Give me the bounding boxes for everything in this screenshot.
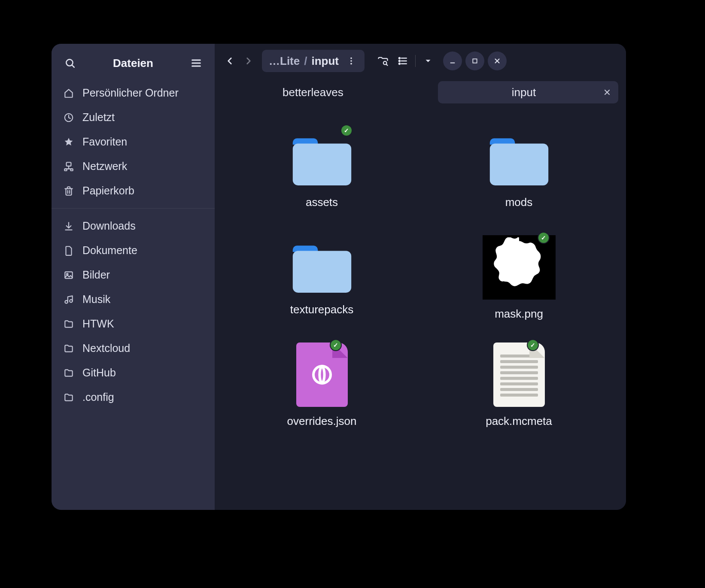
path-bar[interactable]: …Lite / input xyxy=(262,50,365,72)
grid-item-label: mask.png xyxy=(495,307,543,321)
sidebar-item-label: Netzwerk xyxy=(82,160,127,173)
music-icon xyxy=(63,294,75,305)
sync-badge-icon: ✓ xyxy=(341,125,352,136)
path-menu-button[interactable] xyxy=(342,52,360,70)
svg-rect-10 xyxy=(70,169,73,170)
sidebar-item-label: Persönlicher Ordner xyxy=(82,87,179,99)
sidebar-item-pers-nlicher-ordner[interactable]: Persönlicher Ordner xyxy=(52,81,215,105)
sidebar-item--config[interactable]: .config xyxy=(52,385,215,409)
kebab-icon xyxy=(346,56,356,66)
forward-button[interactable] xyxy=(240,52,258,70)
svg-point-21 xyxy=(350,63,352,65)
sidebar-item-bilder[interactable]: Bilder xyxy=(52,263,215,287)
view-list-button[interactable] xyxy=(394,52,412,70)
chevron-right-icon xyxy=(243,55,254,67)
svg-rect-15 xyxy=(65,272,72,278)
folder-search-button[interactable] xyxy=(374,52,392,70)
sidebar-item-label: HTWK xyxy=(82,318,114,330)
close-button[interactable] xyxy=(488,52,507,70)
path-separator: / xyxy=(302,55,309,68)
svg-point-20 xyxy=(350,60,352,62)
file-grid: ✓ assets mods texturepacks ✓ mask.png ✓ … xyxy=(215,106,626,510)
sidebar-item-favoriten[interactable]: Favoriten xyxy=(52,130,215,154)
maximize-button[interactable] xyxy=(465,52,484,70)
sidebar-item-papierkorb[interactable]: Papierkorb xyxy=(52,179,215,203)
sync-badge-icon: ✓ xyxy=(528,340,538,350)
sidebar-item-downloads[interactable]: Downloads xyxy=(52,214,215,238)
sidebar-title: Dateien xyxy=(113,57,153,70)
star-icon xyxy=(63,136,75,148)
sidebar-item-label: Papierkorb xyxy=(82,185,134,197)
svg-point-29 xyxy=(399,63,400,64)
folder-icon xyxy=(483,128,556,188)
folder-icon xyxy=(63,343,75,354)
file-manager-window: Dateien Persönlicher OrdnerZuletztFavori… xyxy=(52,44,626,510)
sidebar-item-netzwerk[interactable]: Netzwerk xyxy=(52,154,215,179)
search-button[interactable] xyxy=(61,54,79,72)
folder-icon xyxy=(63,392,75,403)
chevron-left-icon xyxy=(224,55,235,67)
folder-icon xyxy=(63,318,75,330)
sidebar-separator xyxy=(52,208,215,209)
sidebar-item-label: Favoriten xyxy=(82,136,127,148)
sidebar-item-label: Bilder xyxy=(82,269,110,281)
sidebar-item-label: Musik xyxy=(82,293,110,306)
grid-item-mask-png[interactable]: ✓ mask.png xyxy=(472,235,566,321)
hamburger-menu-button[interactable] xyxy=(187,54,205,72)
image-thumbnail xyxy=(483,235,556,300)
clock-icon xyxy=(63,112,75,123)
path-segment-truncated[interactable]: …Lite xyxy=(266,55,302,68)
sidebar-header: Dateien xyxy=(52,48,215,78)
svg-line-1 xyxy=(72,65,74,67)
grid-item-texturepacks[interactable]: texturepacks xyxy=(275,235,369,316)
sidebar-item-label: Nextcloud xyxy=(82,342,130,355)
svg-point-19 xyxy=(350,58,352,59)
sidebar-item-label: .config xyxy=(82,391,114,403)
close-icon xyxy=(603,88,611,97)
json-file-icon xyxy=(296,342,348,407)
folder-icon xyxy=(286,128,359,188)
sidebar-item-htwk[interactable]: HTWK xyxy=(52,312,215,336)
download-icon xyxy=(63,221,75,232)
sidebar-bookmarks: DownloadsDokumenteBilderMusikHTWKNextclo… xyxy=(52,211,215,412)
grid-item-mods[interactable]: mods xyxy=(472,128,566,209)
grid-item-label: overrides.json xyxy=(287,415,357,428)
home-icon xyxy=(63,88,75,99)
sidebar-item-nextcloud[interactable]: Nextcloud xyxy=(52,336,215,361)
search-clear-button[interactable] xyxy=(603,88,611,97)
sidebar: Dateien Persönlicher OrdnerZuletztFavori… xyxy=(52,44,215,510)
crumb-row: betterleaves input xyxy=(215,78,626,106)
minimize-icon xyxy=(449,57,456,65)
back-button[interactable] xyxy=(221,52,239,70)
search-field[interactable]: input xyxy=(438,81,618,103)
grid-item-overrides-json[interactable]: ✓ overrides.json xyxy=(275,342,369,428)
svg-rect-6 xyxy=(67,162,71,166)
parent-folder-label[interactable]: betterleaves xyxy=(283,86,343,99)
grid-item-assets[interactable]: ✓ assets xyxy=(275,128,369,209)
sidebar-item-dokumente[interactable]: Dokumente xyxy=(52,238,215,263)
close-icon xyxy=(493,57,501,65)
sidebar-item-zuletzt[interactable]: Zuletzt xyxy=(52,105,215,130)
sidebar-item-github[interactable]: GitHub xyxy=(52,361,215,385)
folder-icon xyxy=(63,367,75,379)
list-icon xyxy=(397,55,408,67)
minimize-button[interactable] xyxy=(443,52,462,70)
sidebar-item-musik[interactable]: Musik xyxy=(52,287,215,312)
toolbar: …Lite / input xyxy=(215,44,626,78)
search-icon xyxy=(64,58,76,69)
folder-search-icon xyxy=(377,55,389,67)
grid-item-label: mods xyxy=(505,196,533,209)
view-options-dropdown[interactable] xyxy=(419,52,437,70)
path-segment-current[interactable]: input xyxy=(309,55,341,68)
image-icon xyxy=(63,270,75,281)
main-pane: …Lite / input xyxy=(215,44,626,510)
folder-icon xyxy=(286,235,359,295)
grid-item-pack-mcmeta[interactable]: ✓ pack.mcmeta xyxy=(472,342,566,428)
svg-rect-31 xyxy=(473,59,477,63)
maximize-icon xyxy=(471,58,478,64)
svg-rect-9 xyxy=(64,169,67,170)
sidebar-item-label: GitHub xyxy=(82,367,116,379)
svg-point-27 xyxy=(399,58,400,59)
sidebar-places: Persönlicher OrdnerZuletztFavoritenNetzw… xyxy=(52,78,215,206)
svg-point-36 xyxy=(313,366,331,383)
